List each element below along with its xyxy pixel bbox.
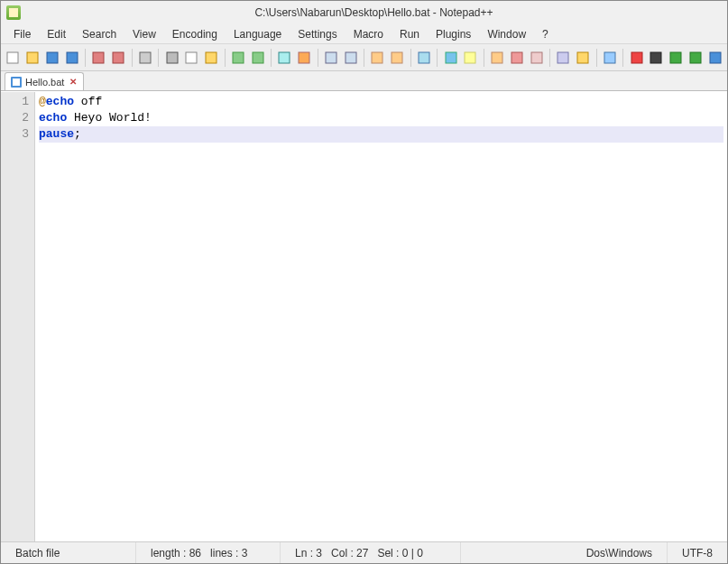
- toolbar-separator: [225, 49, 226, 67]
- tab-label: Hello.bat: [25, 77, 64, 88]
- keyword: echo: [39, 111, 67, 125]
- redo-icon[interactable]: [249, 49, 266, 67]
- cut-icon[interactable]: [163, 49, 180, 67]
- at-symbol: @: [39, 95, 46, 108]
- replace-icon[interactable]: [296, 49, 313, 67]
- code-line[interactable]: pause;: [39, 126, 723, 143]
- doc-map-icon[interactable]: [509, 49, 526, 67]
- menu-view[interactable]: View: [125, 26, 163, 42]
- svg-rect-25: [577, 52, 588, 63]
- record-icon[interactable]: [628, 49, 645, 67]
- line-number: 3: [3, 126, 29, 143]
- menubar: FileEditSearchViewEncodingLanguageSettin…: [1, 24, 727, 44]
- play-icon[interactable]: [668, 49, 685, 67]
- svg-rect-20: [465, 52, 475, 63]
- code-text: off: [74, 95, 102, 108]
- menu-macro[interactable]: Macro: [346, 26, 391, 42]
- svg-rect-27: [631, 52, 642, 63]
- sync-v-icon[interactable]: [369, 49, 386, 67]
- close-icon[interactable]: [90, 49, 107, 67]
- svg-rect-5: [113, 52, 124, 63]
- svg-rect-18: [419, 52, 429, 63]
- indent-guide-icon[interactable]: [462, 49, 479, 67]
- undo-icon[interactable]: [230, 49, 247, 67]
- print-icon[interactable]: [137, 49, 154, 67]
- svg-rect-22: [511, 52, 522, 63]
- save-macro-icon[interactable]: [706, 49, 723, 67]
- code-line[interactable]: echo Heyo World!: [39, 110, 723, 126]
- copy-icon[interactable]: [183, 49, 200, 67]
- keyword: echo: [46, 95, 74, 108]
- svg-rect-16: [372, 52, 382, 63]
- new-file-icon[interactable]: [5, 49, 22, 67]
- status-sel: Sel : 0 | 0: [377, 547, 422, 559]
- doc-list-icon[interactable]: [528, 49, 545, 67]
- svg-rect-6: [140, 52, 151, 63]
- toolbar-separator: [410, 49, 411, 67]
- toolbar-separator: [549, 49, 550, 67]
- find-icon[interactable]: [276, 49, 293, 67]
- close-all-icon[interactable]: [110, 49, 127, 67]
- code-area[interactable]: @echo offecho Heyo World!pause;: [35, 92, 727, 541]
- svg-rect-29: [670, 52, 681, 63]
- svg-rect-15: [346, 52, 356, 63]
- menu-settings[interactable]: Settings: [290, 26, 344, 42]
- status-ln: Ln : 3: [295, 547, 322, 559]
- paste-icon[interactable]: [203, 49, 220, 67]
- app-icon: [6, 5, 21, 20]
- file-icon: [11, 77, 22, 88]
- stop-icon[interactable]: [648, 49, 665, 67]
- menu-search[interactable]: Search: [75, 26, 124, 42]
- zoom-in-icon[interactable]: [323, 49, 340, 67]
- status-filetype: Batch file: [1, 542, 136, 563]
- svg-rect-23: [531, 52, 542, 63]
- window-title: C:\Users\Nabarun\Desktop\Hello.bat - Not…: [26, 6, 722, 19]
- code-line[interactable]: @echo off: [39, 94, 723, 110]
- close-tab-icon[interactable]: ✕: [68, 77, 78, 87]
- function-list-icon[interactable]: [555, 49, 572, 67]
- menu-language[interactable]: Language: [226, 26, 289, 42]
- keyword: pause: [39, 127, 74, 141]
- toolbar: [1, 44, 727, 71]
- save-all-icon[interactable]: [63, 49, 80, 67]
- lang-icon[interactable]: [489, 49, 506, 67]
- status-col: Col : 27: [331, 547, 368, 559]
- titlebar: C:\Users\Nabarun\Desktop\Hello.bat - Not…: [1, 1, 727, 24]
- svg-rect-11: [253, 52, 263, 63]
- open-file-icon[interactable]: [24, 49, 41, 67]
- menu-plugins[interactable]: Plugins: [429, 26, 478, 42]
- svg-rect-9: [206, 52, 217, 63]
- menu-encoding[interactable]: Encoding: [165, 26, 225, 42]
- status-encoding: UTF-8: [668, 542, 727, 563]
- svg-rect-3: [67, 52, 78, 63]
- zoom-out-icon[interactable]: [342, 49, 359, 67]
- code-text: Heyo World!: [67, 111, 152, 125]
- status-cursor: Ln : 3 Col : 27 Sel : 0 | 0: [281, 542, 461, 563]
- monitor-icon[interactable]: [602, 49, 619, 67]
- save-icon[interactable]: [44, 49, 61, 67]
- sync-h-icon[interactable]: [389, 49, 406, 67]
- menu-run[interactable]: Run: [392, 26, 427, 42]
- tab-hello-bat[interactable]: Hello.bat ✕: [5, 72, 84, 90]
- code-text: ;: [74, 127, 81, 141]
- menu-edit[interactable]: Edit: [40, 26, 73, 42]
- play-multi-icon[interactable]: [687, 49, 705, 67]
- toolbar-separator: [596, 49, 597, 67]
- status-lines: lines : 3: [210, 547, 247, 559]
- svg-rect-26: [604, 52, 615, 63]
- toolbar-separator: [437, 49, 438, 67]
- wordwrap-icon[interactable]: [416, 49, 433, 67]
- toolbar-separator: [271, 49, 272, 67]
- toolbar-separator: [484, 49, 484, 67]
- editor[interactable]: 123 @echo offecho Heyo World!pause;: [1, 91, 727, 541]
- status-length: length : 86: [151, 547, 201, 559]
- menu-file[interactable]: File: [6, 26, 38, 42]
- menu-[interactable]: ?: [535, 26, 556, 42]
- line-number: 1: [3, 94, 29, 110]
- menu-window[interactable]: Window: [480, 26, 533, 42]
- folder-icon[interactable]: [575, 49, 592, 67]
- all-chars-icon[interactable]: [442, 49, 459, 67]
- svg-rect-31: [710, 52, 721, 63]
- status-length-lines: length : 86 lines : 3: [136, 542, 281, 563]
- gutter: 123: [1, 92, 35, 541]
